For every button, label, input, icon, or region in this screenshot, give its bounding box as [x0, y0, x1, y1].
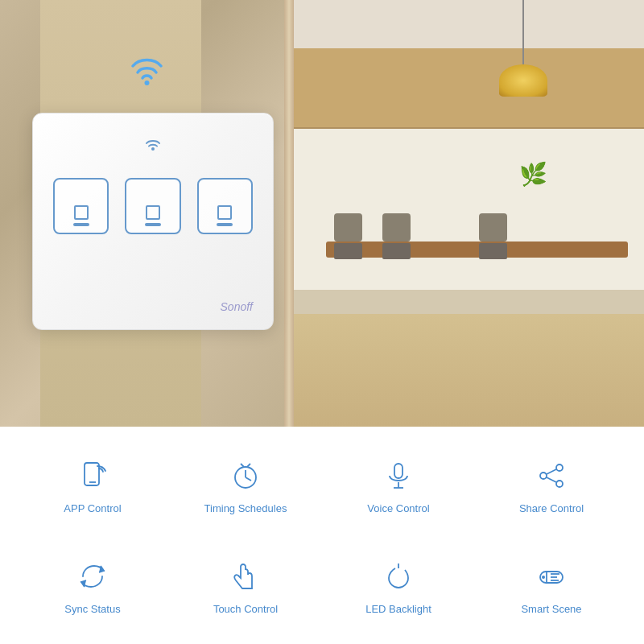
app-control-label: APP Control [64, 502, 121, 514]
share-control-label: Share Control [519, 502, 584, 514]
feature-smart-scene: Smart Scene [475, 535, 628, 636]
touch-control-icon [225, 556, 266, 597]
right-background: 🌿 [294, 0, 644, 427]
svg-point-20 [542, 576, 545, 579]
voice-control-icon [378, 456, 419, 496]
app-control-icon [72, 456, 113, 496]
feature-app-control: APP Control [16, 435, 169, 535]
svg-line-7 [241, 464, 244, 467]
svg-point-14 [556, 481, 563, 487]
feature-sync-status: Sync Status [16, 535, 169, 636]
kitchen-ceiling [294, 0, 644, 48]
svg-line-16 [547, 477, 556, 482]
led-backlight-label: LED Backlight [365, 603, 431, 615]
timing-schedules-icon [225, 456, 266, 496]
smart-scene-label: Smart Scene [521, 603, 581, 615]
svg-point-13 [540, 473, 547, 479]
feature-touch-control: Touch Control [169, 535, 322, 636]
timing-schedules-label: Timing Schedules [204, 502, 287, 514]
kitchen-counter [294, 290, 644, 314]
wifi-floating-icon [125, 48, 169, 102]
switch-wifi-indicator [144, 138, 162, 155]
feature-voice-control: Voice Control [322, 435, 475, 535]
touch-control-label: Touch Control [213, 603, 278, 615]
chair-2 [382, 213, 411, 262]
svg-point-12 [556, 464, 563, 471]
smart-scene-icon [531, 556, 572, 597]
switch-button-2[interactable] [125, 178, 180, 234]
chair-3 [479, 213, 507, 262]
switch-plate: Sonoff [32, 113, 274, 330]
svg-point-0 [145, 80, 150, 85]
kitchen-wall [294, 129, 644, 290]
feature-timing-schedules: Timing Schedules [169, 435, 322, 535]
product-image-section: 🌿 Sonoff [0, 0, 644, 427]
voice-control-label: Voice Control [367, 502, 429, 514]
door-frame [284, 0, 294, 427]
kitchen-cabinets [294, 48, 644, 129]
feature-share-control: Share Control [475, 435, 628, 535]
switch-button-1[interactable] [53, 178, 109, 234]
chair-1 [334, 213, 362, 262]
sync-status-label: Sync Status [64, 603, 120, 615]
kitchen-floor [294, 314, 644, 427]
dining-table [326, 242, 628, 258]
svg-line-15 [547, 469, 556, 474]
brand-label: Sonoff [221, 300, 253, 313]
switch-buttons-row [53, 178, 253, 234]
svg-line-8 [247, 464, 250, 467]
kitchen-background: 🌿 [294, 0, 644, 427]
svg-rect-9 [394, 464, 402, 478]
pendant-lamp [499, 0, 547, 97]
feature-led-backlight: LED Backlight [322, 535, 475, 636]
plant: 🌿 [519, 161, 543, 188]
features-grid: APP Control Timing Schedules Voice Contr… [0, 427, 644, 644]
led-backlight-icon [378, 556, 419, 597]
share-control-icon [531, 456, 572, 496]
switch-button-3[interactable] [197, 178, 253, 234]
svg-point-1 [151, 147, 155, 151]
sync-status-icon [72, 556, 113, 597]
svg-line-6 [246, 477, 251, 481]
